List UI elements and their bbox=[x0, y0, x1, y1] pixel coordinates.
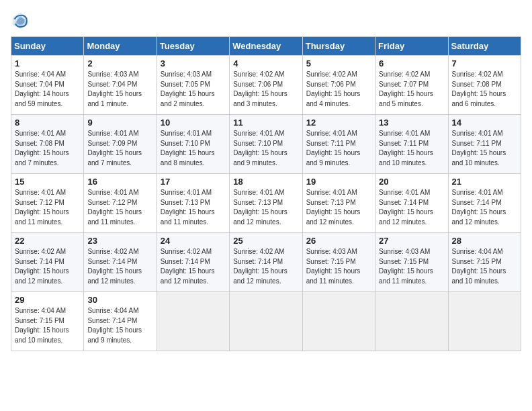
day-number: 12 bbox=[306, 118, 371, 128]
cell-info: Sunrise: 4:01 AMSunset: 7:11 PMDaylight:… bbox=[306, 130, 361, 167]
cell-info: Sunrise: 4:01 AMSunset: 7:08 PMDaylight:… bbox=[15, 130, 69, 167]
day-number: 22 bbox=[15, 236, 80, 246]
day-number: 26 bbox=[306, 236, 371, 246]
cell-info: Sunrise: 4:01 AMSunset: 7:13 PMDaylight:… bbox=[306, 189, 361, 226]
cell-info: Sunrise: 4:02 AMSunset: 7:06 PMDaylight:… bbox=[233, 71, 287, 107]
table-cell: 13 Sunrise: 4:01 AMSunset: 7:11 PMDaylig… bbox=[375, 115, 448, 174]
table-cell: 8 Sunrise: 4:01 AMSunset: 7:08 PMDayligh… bbox=[11, 115, 84, 174]
table-cell: 11 Sunrise: 4:01 AMSunset: 7:10 PMDaylig… bbox=[230, 115, 302, 174]
cell-info: Sunrise: 4:04 AMSunset: 7:14 PMDaylight:… bbox=[87, 307, 142, 344]
day-number: 3 bbox=[161, 58, 226, 68]
day-number: 19 bbox=[306, 177, 371, 187]
header-wednesday: Wednesday bbox=[230, 37, 302, 56]
table-cell: 22 Sunrise: 4:02 AMSunset: 7:14 PMDaylig… bbox=[11, 233, 84, 292]
table-cell: 24 Sunrise: 4:02 AMSunset: 7:14 PMDaylig… bbox=[157, 233, 229, 292]
day-number: 17 bbox=[161, 177, 226, 187]
header-monday: Monday bbox=[84, 37, 157, 56]
day-number: 1 bbox=[15, 58, 80, 68]
table-cell bbox=[375, 292, 448, 351]
cell-info: Sunrise: 4:01 AMSunset: 7:10 PMDaylight:… bbox=[161, 130, 215, 167]
day-number: 18 bbox=[233, 177, 298, 187]
table-cell: 26 Sunrise: 4:03 AMSunset: 7:15 PMDaylig… bbox=[302, 233, 375, 292]
cell-info: Sunrise: 4:02 AMSunset: 7:07 PMDaylight:… bbox=[379, 71, 433, 107]
calendar-row: 15 Sunrise: 4:01 AMSunset: 7:12 PMDaylig… bbox=[11, 174, 521, 233]
day-number: 20 bbox=[379, 177, 444, 187]
table-cell: 29 Sunrise: 4:04 AMSunset: 7:15 PMDaylig… bbox=[11, 292, 84, 351]
day-number: 30 bbox=[87, 295, 152, 305]
table-cell: 16 Sunrise: 4:01 AMSunset: 7:12 PMDaylig… bbox=[84, 174, 157, 233]
day-number: 9 bbox=[87, 118, 152, 128]
cell-info: Sunrise: 4:04 AMSunset: 7:15 PMDaylight:… bbox=[452, 248, 506, 285]
day-number: 4 bbox=[233, 58, 298, 68]
day-number: 5 bbox=[306, 58, 371, 68]
cell-info: Sunrise: 4:03 AMSunset: 7:15 PMDaylight:… bbox=[306, 248, 361, 285]
table-cell: 10 Sunrise: 4:01 AMSunset: 7:10 PMDaylig… bbox=[157, 115, 229, 174]
table-cell bbox=[157, 292, 229, 351]
weekday-header-row: Sunday Monday Tuesday Wednesday Thursday… bbox=[11, 37, 521, 56]
day-number: 6 bbox=[379, 58, 444, 68]
table-cell: 1 Sunrise: 4:04 AMSunset: 7:04 PMDayligh… bbox=[11, 56, 84, 115]
table-cell: 30 Sunrise: 4:04 AMSunset: 7:14 PMDaylig… bbox=[84, 292, 157, 351]
cell-info: Sunrise: 4:02 AMSunset: 7:08 PMDaylight:… bbox=[452, 71, 506, 107]
cell-info: Sunrise: 4:03 AMSunset: 7:15 PMDaylight:… bbox=[379, 248, 433, 285]
table-cell bbox=[302, 292, 375, 351]
cell-info: Sunrise: 4:02 AMSunset: 7:14 PMDaylight:… bbox=[87, 248, 142, 285]
table-cell: 5 Sunrise: 4:02 AMSunset: 7:06 PMDayligh… bbox=[302, 56, 375, 115]
table-cell bbox=[448, 292, 521, 351]
cell-info: Sunrise: 4:01 AMSunset: 7:13 PMDaylight:… bbox=[161, 189, 215, 226]
cell-info: Sunrise: 4:01 AMSunset: 7:10 PMDaylight:… bbox=[233, 130, 287, 167]
day-number: 23 bbox=[87, 236, 152, 246]
day-number: 28 bbox=[452, 236, 517, 246]
day-number: 7 bbox=[452, 58, 517, 68]
calendar-table: Sunday Monday Tuesday Wednesday Thursday… bbox=[11, 36, 521, 351]
table-cell: 17 Sunrise: 4:01 AMSunset: 7:13 PMDaylig… bbox=[157, 174, 229, 233]
cell-info: Sunrise: 4:01 AMSunset: 7:09 PMDaylight:… bbox=[87, 130, 142, 167]
calendar-row: 22 Sunrise: 4:02 AMSunset: 7:14 PMDaylig… bbox=[11, 233, 521, 292]
cell-info: Sunrise: 4:01 AMSunset: 7:14 PMDaylight:… bbox=[452, 189, 506, 226]
table-cell: 2 Sunrise: 4:03 AMSunset: 7:04 PMDayligh… bbox=[84, 56, 157, 115]
table-cell: 4 Sunrise: 4:02 AMSunset: 7:06 PMDayligh… bbox=[230, 56, 302, 115]
day-number: 13 bbox=[379, 118, 444, 128]
table-cell: 28 Sunrise: 4:04 AMSunset: 7:15 PMDaylig… bbox=[448, 233, 521, 292]
cell-info: Sunrise: 4:01 AMSunset: 7:14 PMDaylight:… bbox=[379, 189, 433, 226]
table-cell: 14 Sunrise: 4:01 AMSunset: 7:11 PMDaylig… bbox=[448, 115, 521, 174]
header-saturday: Saturday bbox=[448, 37, 521, 56]
header-sunday: Sunday bbox=[11, 37, 84, 56]
generalblue-icon bbox=[11, 11, 30, 30]
table-cell: 15 Sunrise: 4:01 AMSunset: 7:12 PMDaylig… bbox=[11, 174, 84, 233]
cell-info: Sunrise: 4:01 AMSunset: 7:11 PMDaylight:… bbox=[379, 130, 433, 167]
header-thursday: Thursday bbox=[302, 37, 375, 56]
day-number: 2 bbox=[87, 58, 152, 68]
cell-info: Sunrise: 4:02 AMSunset: 7:06 PMDaylight:… bbox=[306, 71, 361, 107]
logo bbox=[11, 11, 31, 30]
day-number: 11 bbox=[233, 118, 298, 128]
page-header bbox=[11, 11, 521, 30]
day-number: 16 bbox=[87, 177, 152, 187]
table-cell: 20 Sunrise: 4:01 AMSunset: 7:14 PMDaylig… bbox=[375, 174, 448, 233]
cell-info: Sunrise: 4:02 AMSunset: 7:14 PMDaylight:… bbox=[15, 248, 69, 285]
table-cell: 27 Sunrise: 4:03 AMSunset: 7:15 PMDaylig… bbox=[375, 233, 448, 292]
cell-info: Sunrise: 4:01 AMSunset: 7:11 PMDaylight:… bbox=[452, 130, 506, 167]
cell-info: Sunrise: 4:02 AMSunset: 7:14 PMDaylight:… bbox=[161, 248, 215, 285]
cell-info: Sunrise: 4:01 AMSunset: 7:12 PMDaylight:… bbox=[15, 189, 69, 226]
calendar-row: 8 Sunrise: 4:01 AMSunset: 7:08 PMDayligh… bbox=[11, 115, 521, 174]
day-number: 24 bbox=[161, 236, 226, 246]
cell-info: Sunrise: 4:04 AMSunset: 7:04 PMDaylight:… bbox=[15, 71, 69, 107]
table-cell: 12 Sunrise: 4:01 AMSunset: 7:11 PMDaylig… bbox=[302, 115, 375, 174]
table-cell: 9 Sunrise: 4:01 AMSunset: 7:09 PMDayligh… bbox=[84, 115, 157, 174]
day-number: 15 bbox=[15, 177, 80, 187]
table-cell: 18 Sunrise: 4:01 AMSunset: 7:13 PMDaylig… bbox=[230, 174, 302, 233]
day-number: 27 bbox=[379, 236, 444, 246]
header-friday: Friday bbox=[375, 37, 448, 56]
table-cell: 23 Sunrise: 4:02 AMSunset: 7:14 PMDaylig… bbox=[84, 233, 157, 292]
header-tuesday: Tuesday bbox=[157, 37, 229, 56]
table-cell: 3 Sunrise: 4:03 AMSunset: 7:05 PMDayligh… bbox=[157, 56, 229, 115]
day-number: 8 bbox=[15, 118, 80, 128]
table-cell: 6 Sunrise: 4:02 AMSunset: 7:07 PMDayligh… bbox=[375, 56, 448, 115]
cell-info: Sunrise: 4:03 AMSunset: 7:04 PMDaylight:… bbox=[87, 71, 142, 107]
cell-info: Sunrise: 4:01 AMSunset: 7:13 PMDaylight:… bbox=[233, 189, 287, 226]
table-cell: 25 Sunrise: 4:02 AMSunset: 7:14 PMDaylig… bbox=[230, 233, 302, 292]
calendar-row: 29 Sunrise: 4:04 AMSunset: 7:15 PMDaylig… bbox=[11, 292, 521, 351]
table-cell bbox=[230, 292, 302, 351]
day-number: 21 bbox=[452, 177, 517, 187]
